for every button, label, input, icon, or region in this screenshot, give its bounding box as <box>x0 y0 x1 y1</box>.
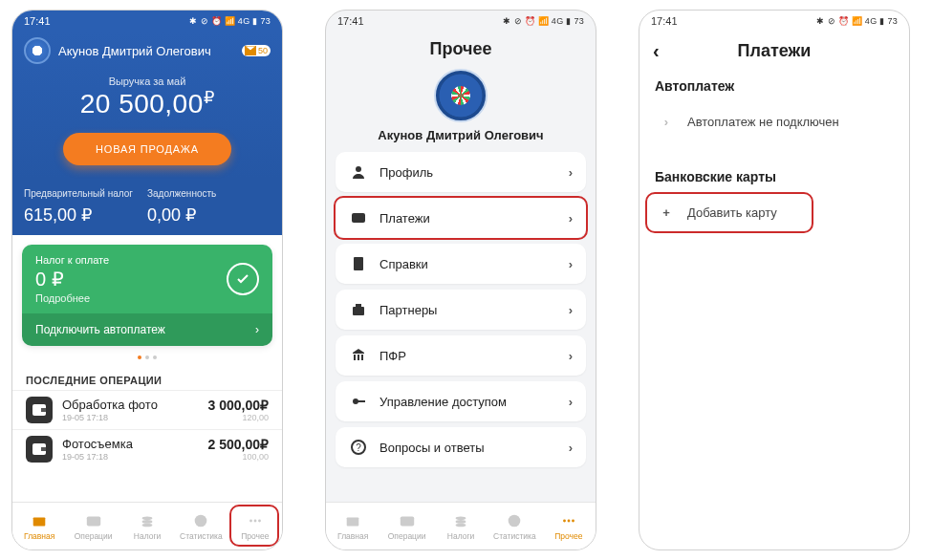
autopay-row[interactable]: › Автоплатеж не подключен <box>639 101 909 142</box>
svg-point-30 <box>509 514 521 527</box>
nav-home[interactable]: Главная <box>326 503 379 549</box>
svg-point-33 <box>572 519 574 522</box>
svg-point-8 <box>142 523 153 527</box>
mailbox-button[interactable]: 50 <box>242 45 271 56</box>
svg-rect-20 <box>361 355 363 360</box>
list-item[interactable]: Фотосъемка 19-05 17:18 2 500,00₽ 100,00 <box>12 429 282 468</box>
svg-point-29 <box>456 523 466 527</box>
autopay-link[interactable]: Подключить автоплатеж › <box>22 313 272 346</box>
svg-point-11 <box>253 519 256 522</box>
highlight-box <box>334 196 588 240</box>
svg-rect-15 <box>354 257 363 270</box>
screen-home: 17:41 ✱ ⊘ ⏰ 📶 4G ▮ 73 Акунов Дмитрий Оле… <box>11 10 283 550</box>
user-name: Акунов Дмитрий Олегович <box>58 44 211 58</box>
recent-ops-header: ПОСЛЕДНИЕ ОПЕРАЦИИ <box>12 369 282 390</box>
pretax-value: 615,00 ₽ <box>24 205 147 226</box>
chevron-right-icon: › <box>255 323 259 336</box>
svg-rect-1 <box>41 408 46 412</box>
checkmark-icon <box>227 263 259 295</box>
svg-rect-3 <box>41 447 46 451</box>
page-title: Платежи <box>738 41 812 61</box>
svg-rect-14 <box>352 213 365 223</box>
page-title: Прочее <box>326 32 596 63</box>
revenue-value: 20 500,00₽ <box>24 87 271 119</box>
status-time: 17:41 <box>337 15 364 27</box>
plus-icon: + <box>655 205 678 220</box>
svg-rect-26 <box>400 516 413 526</box>
op-ts: 19-05 17:18 <box>62 413 158 422</box>
op-name: Обработка фото <box>62 398 158 412</box>
svg-rect-4 <box>33 517 46 526</box>
revenue-label: Выручка за май <box>24 75 271 87</box>
tax-due-title: Налог к оплате <box>35 254 109 266</box>
menu-list: Профиль › Платежи › Справки › Партнеры ›… <box>326 152 596 467</box>
nav-stats[interactable]: Статистика <box>488 503 541 549</box>
op-sub: 100,00 <box>208 452 270 462</box>
key-icon <box>349 394 368 409</box>
svg-rect-16 <box>353 307 364 315</box>
bottom-nav: Главная Операции Налоги Статистика Проче… <box>326 502 596 549</box>
svg-rect-18 <box>354 355 356 360</box>
briefcase-icon <box>349 302 368 317</box>
question-icon: ? <box>349 440 368 455</box>
back-button[interactable]: ‹ <box>653 40 660 62</box>
wallet-icon <box>26 436 53 463</box>
menu-docs[interactable]: Справки › <box>336 244 586 284</box>
chevron-right-icon: › <box>655 115 678 129</box>
nav-more[interactable]: Прочее <box>228 503 282 549</box>
svg-point-27 <box>456 516 466 520</box>
bottom-nav: Главная Операции Налоги Статистика Проче… <box>12 502 282 549</box>
status-icons: ✱ ⊘ ⏰ 📶 4G ▮ 73 <box>816 16 898 26</box>
pfr-icon <box>349 348 368 363</box>
chevron-right-icon: › <box>569 303 573 317</box>
chevron-right-icon: › <box>569 395 573 409</box>
svg-point-6 <box>142 516 153 520</box>
menu-pfr[interactable]: ПФР › <box>336 335 586 376</box>
chevron-right-icon: › <box>569 349 573 363</box>
nav-operations[interactable]: Операции <box>66 503 119 549</box>
list-item[interactable]: Обработка фото 19-05 17:18 3 000,00₽ 120… <box>12 390 282 429</box>
svg-point-32 <box>567 519 570 522</box>
svg-rect-5 <box>86 516 99 526</box>
menu-faq[interactable]: ? Вопросы и ответы › <box>336 427 586 467</box>
tax-figures: Предварительный налог 615,00 ₽ Задолженн… <box>12 179 282 235</box>
tax-due-amount: 0 ₽ <box>35 268 109 291</box>
tax-due-card[interactable]: Налог к оплате 0 ₽ Подробнее Подключить … <box>22 245 272 346</box>
section-autopay: Автоплатеж <box>639 71 909 101</box>
chevron-right-icon: › <box>569 165 573 180</box>
status-time: 17:41 <box>24 15 51 27</box>
svg-point-12 <box>258 519 261 522</box>
new-sale-button[interactable]: НОВАЯ ПРОДАЖА <box>63 133 231 165</box>
svg-point-13 <box>356 166 361 172</box>
tax-due-more: Подробнее <box>35 292 109 304</box>
svg-point-7 <box>142 520 153 524</box>
nav-taxes[interactable]: Налоги <box>120 503 174 549</box>
svg-rect-22 <box>358 400 365 402</box>
op-ts: 19-05 17:18 <box>62 452 133 462</box>
svg-rect-17 <box>356 304 361 307</box>
menu-payments[interactable]: Платежи › <box>336 198 586 238</box>
nav-taxes[interactable]: Налоги <box>434 503 488 549</box>
status-time: 17:41 <box>651 15 678 27</box>
mail-count: 50 <box>258 46 268 55</box>
status-icons: ✱ ⊘ ⏰ 📶 4G ▮ 73 <box>503 16 584 26</box>
nav-operations[interactable]: Операции <box>379 503 433 549</box>
menu-access[interactable]: Управление доступом › <box>336 381 586 421</box>
user-name: Акунов Дмитрий Олегович <box>326 128 596 142</box>
menu-profile[interactable]: Профиль › <box>336 152 586 192</box>
op-sum: 3 000,00₽ <box>208 398 270 413</box>
op-sum: 2 500,00₽ <box>208 437 270 452</box>
svg-point-31 <box>563 519 566 522</box>
section-cards: Банковские карты <box>639 162 909 192</box>
svg-text:?: ? <box>356 442 361 453</box>
nav-home[interactable]: Главная <box>12 503 66 549</box>
nav-stats[interactable]: Статистика <box>174 503 228 549</box>
status-bar: 17:41 ✱ ⊘ ⏰ 📶 4G ▮ 73 <box>12 11 282 32</box>
pretax-label: Предварительный налог <box>24 188 147 199</box>
chevron-right-icon: › <box>569 441 573 455</box>
menu-partners[interactable]: Партнеры › <box>336 290 586 330</box>
nav-more[interactable]: Прочее <box>542 503 596 549</box>
profile-icon <box>349 164 368 180</box>
svg-point-10 <box>249 519 252 522</box>
add-card-button[interactable]: + Добавить карту <box>639 192 909 233</box>
